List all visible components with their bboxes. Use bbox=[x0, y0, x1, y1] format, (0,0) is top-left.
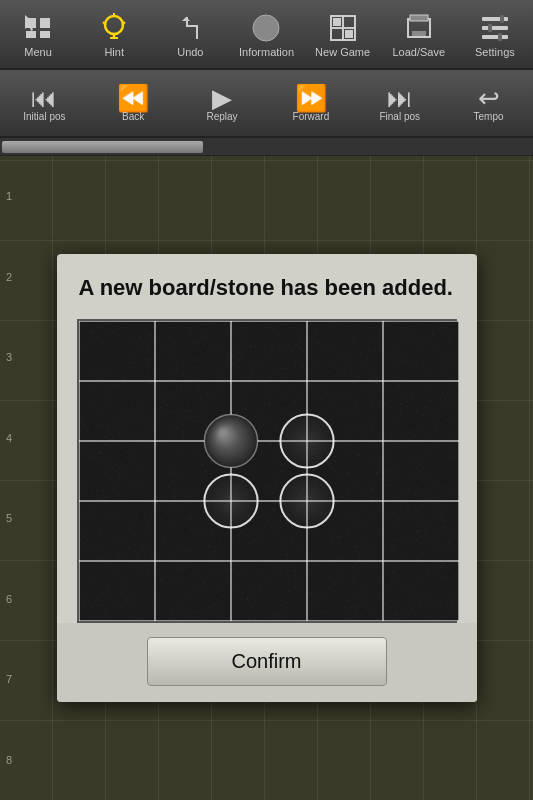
svg-rect-20 bbox=[482, 17, 508, 21]
back-label: Back bbox=[122, 111, 144, 122]
replay-icon: ▶ bbox=[212, 85, 232, 111]
settings-button[interactable]: Settings bbox=[460, 10, 530, 58]
settings-icon bbox=[477, 10, 513, 46]
new-game-button[interactable]: New Game bbox=[308, 10, 378, 58]
stone-canvas bbox=[79, 321, 459, 621]
tempo-label: Tempo bbox=[474, 111, 504, 122]
load-save-label: Load/Save bbox=[392, 46, 445, 58]
undo-label: Undo bbox=[177, 46, 203, 58]
svg-rect-24 bbox=[488, 24, 492, 32]
svg-rect-22 bbox=[482, 35, 508, 39]
dialog-footer: Confirm bbox=[57, 623, 477, 702]
top-toolbar: Menu Hint Undo In bbox=[0, 0, 533, 70]
forward-button[interactable]: ⏩ Forward bbox=[273, 85, 348, 122]
information-icon bbox=[248, 10, 284, 46]
replay-label: Replay bbox=[206, 111, 237, 122]
progress-bar bbox=[2, 141, 203, 153]
tempo-button[interactable]: ↩ Tempo bbox=[451, 85, 526, 122]
load-save-button[interactable]: Load/Save bbox=[384, 10, 454, 58]
forward-label: Forward bbox=[293, 111, 330, 122]
settings-label: Settings bbox=[475, 46, 515, 58]
initial-pos-label: Initial pos bbox=[23, 111, 65, 122]
replay-button[interactable]: ▶ Replay bbox=[185, 85, 260, 122]
dialog-image bbox=[77, 319, 457, 623]
final-pos-icon: ⏭ bbox=[387, 85, 413, 111]
forward-icon: ⏩ bbox=[295, 85, 327, 111]
svg-rect-2 bbox=[26, 31, 36, 38]
svg-rect-21 bbox=[482, 26, 508, 30]
svg-rect-19 bbox=[412, 31, 426, 36]
menu-icon bbox=[20, 10, 56, 46]
svg-rect-18 bbox=[410, 15, 428, 21]
dialog-message: A new board/stone has been added. bbox=[57, 254, 477, 315]
svg-rect-23 bbox=[500, 15, 504, 23]
back-button[interactable]: ⏪ Back bbox=[96, 85, 171, 122]
tempo-icon: ↩ bbox=[478, 85, 500, 111]
dialog: A new board/stone has been added. Confir… bbox=[57, 254, 477, 702]
confirm-button[interactable]: Confirm bbox=[147, 637, 387, 686]
undo-icon bbox=[172, 10, 208, 46]
initial-pos-button[interactable]: ⏮ Initial pos bbox=[7, 85, 82, 122]
svg-point-11 bbox=[253, 15, 279, 41]
new-game-icon bbox=[325, 10, 361, 46]
back-icon: ⏪ bbox=[117, 85, 149, 111]
load-save-icon bbox=[401, 10, 437, 46]
undo-button[interactable]: Undo bbox=[155, 10, 225, 58]
nav-toolbar: ⏮ Initial pos ⏪ Back ▶ Replay ⏩ Forward … bbox=[0, 70, 533, 138]
svg-rect-25 bbox=[498, 33, 502, 41]
hint-icon bbox=[96, 10, 132, 46]
main-content: 1 2 3 4 5 6 7 8 A new board/stone has be… bbox=[0, 156, 533, 800]
information-button[interactable]: Information bbox=[231, 10, 301, 58]
svg-marker-4 bbox=[25, 15, 36, 31]
final-pos-button[interactable]: ⏭ Final pos bbox=[362, 85, 437, 122]
hint-label: Hint bbox=[104, 46, 124, 58]
initial-pos-icon: ⏮ bbox=[31, 85, 57, 111]
svg-rect-16 bbox=[345, 30, 353, 38]
svg-point-5 bbox=[105, 16, 123, 34]
final-pos-label: Final pos bbox=[379, 111, 420, 122]
hint-button[interactable]: Hint bbox=[79, 10, 149, 58]
row-numbers: 1 2 3 4 5 6 7 8 bbox=[6, 156, 12, 800]
new-game-label: New Game bbox=[315, 46, 370, 58]
svg-rect-1 bbox=[40, 18, 50, 28]
menu-label: Menu bbox=[24, 46, 52, 58]
information-label: Information bbox=[239, 46, 294, 58]
svg-rect-3 bbox=[40, 31, 50, 38]
progress-area bbox=[0, 138, 533, 156]
svg-rect-15 bbox=[333, 18, 341, 26]
menu-button[interactable]: Menu bbox=[3, 10, 73, 58]
